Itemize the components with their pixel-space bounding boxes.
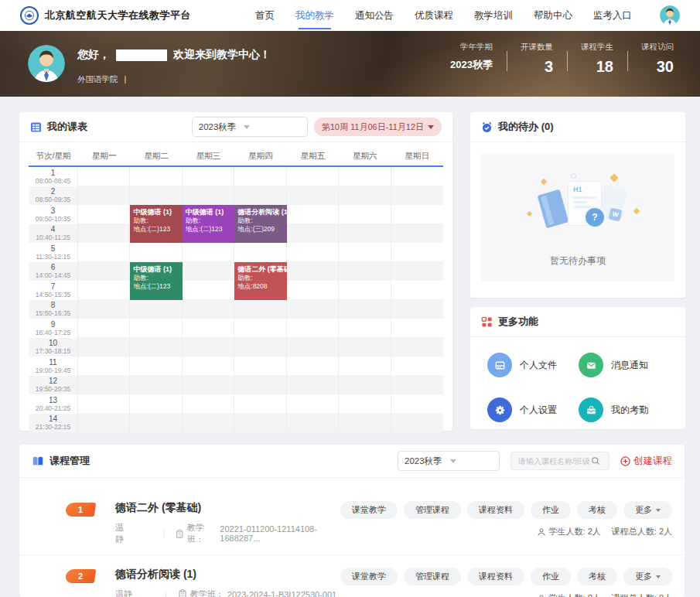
nav-item-3[interactable]: 通知公告 — [355, 6, 394, 26]
term-select[interactable]: 2023秋季 — [192, 117, 308, 137]
period-number: 10 — [49, 339, 57, 347]
course-row: 1德语二外 (零基础)温静|教学班：20221-011200-12114108-… — [19, 489, 685, 554]
user-avatar[interactable] — [660, 5, 680, 26]
action-button[interactable]: 课程资料 — [467, 501, 524, 519]
greeting: 您好， 欢迎来到教学中心！ — [77, 48, 271, 62]
course-event[interactable]: 中级德语 (1)助教:地点:(二)123 — [130, 262, 182, 300]
more-item-gear[interactable]: 个人设置 — [487, 397, 579, 422]
create-course-button[interactable]: 创建课程 — [620, 455, 672, 468]
period-cell: 714:50-15:35 — [29, 281, 78, 300]
event-assistant: 助教: — [133, 217, 179, 225]
todo-empty-text: 暂无待办事项 — [481, 254, 674, 268]
event-location: 地点:8208 — [237, 282, 283, 291]
timetable-cell — [78, 262, 130, 281]
more-actions-button[interactable]: 更多 — [623, 568, 672, 585]
period-cell: 1119:00-19:45 — [29, 356, 78, 376]
timetable-cell — [183, 281, 234, 300]
course-index-badge: 2 — [65, 569, 97, 583]
course-list: 1德语二外 (零基础)温静|教学班：20221-011200-12114108-… — [19, 478, 685, 597]
more-item-label: 个人设置 — [520, 404, 557, 417]
period-cell: 410:40-11:25 — [29, 224, 78, 244]
greeting-prefix: 您好， — [77, 48, 110, 62]
more-item-bag[interactable]: 我的考勤 — [579, 397, 670, 422]
profile-avatar — [28, 45, 65, 82]
action-button[interactable]: 课程资料 — [467, 568, 524, 585]
nav-item-2[interactable]: 我的教学 — [295, 6, 334, 26]
action-button[interactable]: 考核 — [577, 501, 617, 519]
course-event[interactable]: 德语分析阅读 (1)助教:地点:(三)209 — [234, 205, 286, 243]
timetable-row: 108:00-08:45 — [29, 167, 443, 186]
event-title: 德语二外 (零基础) — [237, 264, 283, 274]
timetable-cell — [339, 186, 391, 206]
course-stats: 学生人数: 2人课程总人数: 2人 — [537, 526, 672, 537]
more-item-mail[interactable]: 消息通知 — [579, 353, 670, 377]
course-stats: 学生人数: 8人课程总人数: 8人 — [537, 592, 672, 597]
day-column-header: 星期二 — [130, 151, 182, 162]
nav-item-5[interactable]: 教学培训 — [474, 6, 513, 26]
timetable-cell — [130, 414, 182, 433]
timetable-cell — [339, 319, 391, 338]
course-meta: 温静|教学班：2023-2024-1-B3I122530-001 — [115, 588, 336, 597]
timetable-cell — [183, 243, 234, 262]
course-title[interactable]: 德语分析阅读 (1) — [115, 568, 336, 582]
course-event[interactable]: 中级德语 (1)助教:地点:(二)123 — [130, 205, 182, 243]
action-button[interactable]: 管理课程 — [404, 568, 461, 585]
timetable-row: 1119:00-19:45 — [29, 356, 443, 376]
event-title: 中级德语 (1) — [133, 264, 179, 274]
nav-item-6[interactable]: 帮助中心 — [534, 6, 572, 26]
grid-icon — [481, 316, 493, 328]
more-actions-button[interactable]: 更多 — [623, 501, 672, 519]
nav-item-7[interactable]: 监考入口 — [593, 6, 632, 26]
banner-stat: 课程访问30 — [627, 42, 688, 76]
timetable-cell — [287, 262, 339, 281]
period-cell: 815:50-16:35 — [29, 300, 78, 319]
action-button[interactable]: 管理课程 — [404, 501, 461, 519]
timetable-cell — [78, 414, 130, 433]
banner-stat: 开课数量3 — [507, 42, 567, 76]
timetable-card: 我的课表 2023秋季 第10周 11月06日-11月12日 节次/星期星期一星… — [19, 112, 452, 431]
timetable-cell — [391, 167, 443, 186]
meta-divider: | — [165, 590, 167, 597]
nav-item-1[interactable]: 首页 — [255, 6, 275, 26]
event-location: 地点:(三)209 — [237, 225, 283, 234]
timetable-cell — [183, 338, 234, 357]
plus-circle-icon — [620, 456, 630, 466]
course-meta: 温静|教学班：20221-011200-12114108-1688287... — [115, 522, 340, 545]
action-button[interactable]: 考核 — [577, 568, 617, 585]
department-name: 外国语学院 — [77, 74, 118, 85]
action-button[interactable]: 作业 — [531, 568, 571, 585]
timetable-cell — [234, 394, 286, 414]
day-column-header: 星期五 — [287, 151, 339, 162]
timetable-row: 1320:40-21:25 — [29, 394, 443, 414]
action-button[interactable]: 课堂教学 — [340, 501, 398, 519]
action-button[interactable]: 课堂教学 — [340, 568, 398, 585]
course-term-select[interactable]: 2023秋季 — [398, 451, 500, 471]
timetable-cell — [78, 281, 130, 300]
timetable-cell — [287, 243, 339, 262]
week-selector[interactable]: 第10周 11月06日-11月12日 — [314, 118, 442, 136]
period-number: 14 — [49, 414, 57, 423]
period-number: 2 — [51, 187, 56, 196]
gear-icon — [487, 397, 512, 422]
course-event[interactable]: 德语二外 (零基础)助教:地点:8208 — [234, 262, 286, 300]
timetable-cell — [183, 186, 234, 206]
timetable-cell — [130, 243, 182, 262]
more-item-drive[interactable]: 个人文件 — [487, 353, 579, 377]
timetable-cell — [339, 394, 391, 414]
period-time: 15:50-16:35 — [36, 309, 70, 317]
timetable-cell — [130, 186, 182, 206]
period-number: 7 — [51, 282, 56, 291]
timetable-cell — [234, 300, 286, 319]
timetable-cell — [391, 319, 443, 338]
period-number: 9 — [51, 320, 56, 329]
period-cell: 1219:50-20:35 — [29, 376, 78, 395]
course-event[interactable]: 中级德语 (1)助教:地点:(二)123 — [183, 205, 234, 243]
course-search-input[interactable] — [517, 456, 591, 466]
action-button[interactable]: 作业 — [531, 501, 571, 519]
nav-item-4[interactable]: 优质课程 — [415, 6, 453, 26]
student-count-text: 学生人数: 2人 — [549, 526, 601, 537]
timetable-cell — [391, 243, 443, 262]
search-icon[interactable] — [591, 456, 600, 466]
class-label: 教学班： — [187, 522, 217, 545]
course-title[interactable]: 德语二外 (零基础) — [115, 501, 340, 515]
